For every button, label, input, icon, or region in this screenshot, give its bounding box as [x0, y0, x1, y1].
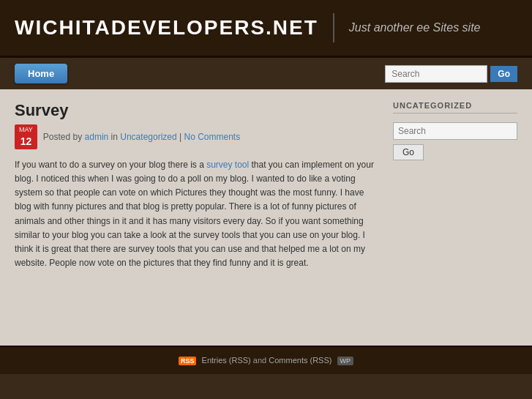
- sidebar-search-input[interactable]: [393, 122, 517, 140]
- post-day: 12: [19, 135, 33, 148]
- date-badge: MAY 12: [15, 124, 37, 149]
- post-meta-text: Posted by admin in Uncategorized | No Co…: [43, 132, 240, 142]
- footer: RSS Entries (RSS) and Comments (RSS) WP: [0, 346, 532, 374]
- nav-search-area: Go: [385, 65, 517, 83]
- survey-tool-link[interactable]: survey tool: [206, 160, 249, 170]
- wp-badge: WP: [337, 357, 354, 365]
- main-content: Survey MAY 12 Posted by admin in Uncateg…: [15, 101, 378, 270]
- post-comments-link[interactable]: No Comments: [184, 132, 240, 142]
- site-header: WICHITADEVELOPERS.NET Just another ee Si…: [0, 0, 532, 58]
- nav-search-button[interactable]: Go: [490, 66, 517, 82]
- post-month: MAY: [19, 126, 33, 135]
- site-title: WICHITADEVELOPERS.NET: [15, 16, 318, 40]
- navbar: Home Go: [0, 58, 532, 89]
- post-meta: MAY 12 Posted by admin in Uncategorized …: [15, 124, 378, 149]
- sidebar: UNCATEGORIZED Go: [393, 101, 517, 270]
- site-tagline: Just another ee Sites site: [349, 21, 481, 34]
- sidebar-section-title: UNCATEGORIZED: [393, 101, 517, 113]
- post-author-link[interactable]: admin: [85, 132, 109, 142]
- post-title: Survey: [15, 101, 378, 120]
- nav-search-input[interactable]: [385, 65, 487, 83]
- rss-icon: RSS: [179, 357, 197, 365]
- post-body: If you want to do a survey on your blog …: [15, 158, 378, 271]
- comments-rss-link[interactable]: Comments (RSS): [269, 356, 331, 365]
- sidebar-search-button[interactable]: Go: [393, 144, 424, 160]
- home-button[interactable]: Home: [15, 64, 67, 83]
- main-wrapper: Survey MAY 12 Posted by admin in Uncateg…: [0, 89, 532, 346]
- entries-rss-link[interactable]: Entries (RSS): [202, 356, 251, 365]
- content-area: Survey MAY 12 Posted by admin in Uncateg…: [0, 89, 532, 282]
- post-category-link[interactable]: Uncategorized: [120, 132, 176, 142]
- header-divider: [333, 13, 334, 42]
